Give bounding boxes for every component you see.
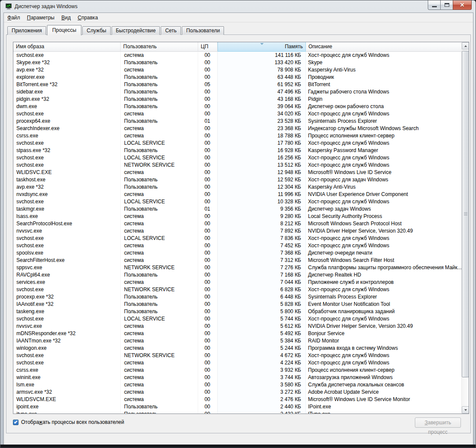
process-description-cell: Pidgin xyxy=(306,96,461,103)
process-cpu-cell: 00 xyxy=(198,132,218,140)
table-row[interactable]: stpass.exe *32 Пользователь 00 16 928 КБ… xyxy=(13,147,461,154)
maximize-button[interactable] xyxy=(440,0,453,10)
table-row[interactable]: wininit.exe система 00 3 744 КБ Автозагр… xyxy=(13,374,461,381)
menu-help[interactable]: Справка xyxy=(74,13,101,22)
table-row[interactable]: sppsvc.exe NETWORK SERVICE 00 7 276 КБ С… xyxy=(13,264,461,271)
table-row[interactable]: itype.exe Пользователь 00 2 432 КБ IType… xyxy=(13,411,461,414)
end-process-button[interactable]: Завершить процесс xyxy=(415,417,461,428)
minimize-button[interactable] xyxy=(428,0,441,10)
process-cpu-cell: 05 xyxy=(198,81,218,88)
process-memory-cell: 2 476 КБ xyxy=(218,396,306,403)
table-row[interactable]: csrss.exe система 00 3 932 КБ Процесс ис… xyxy=(13,367,461,374)
process-name-cell: svchost.exe xyxy=(13,235,121,242)
process-user-cell: система xyxy=(121,374,198,381)
table-row[interactable]: svchost.exe LOCAL SERVICE 00 16 256 КБ Х… xyxy=(13,154,461,162)
process-name-cell: nvvsvc.exe xyxy=(13,227,121,235)
table-row[interactable]: spoolsv.exe система 00 7 368 КБ Диспетче… xyxy=(13,249,461,257)
table-row[interactable]: SearchProtocolHost.exe система 00 8 212 … xyxy=(13,220,461,227)
table-row[interactable]: avp.exe *32 Пользователь 00 12 304 КБ Ka… xyxy=(13,184,461,191)
table-row[interactable]: WLIDSVC.EXE система 00 12 948 КБ Microso… xyxy=(13,169,461,176)
table-row[interactable]: RAVCpl64.exe Пользователь 00 7 168 КБ Ди… xyxy=(13,271,461,279)
process-user-cell: LOCAL SERVICE xyxy=(121,315,198,323)
table-row[interactable]: sidebar.exe Пользователь 00 47 496 КБ Га… xyxy=(13,88,461,96)
table-row[interactable]: armsvc.exe *32 система 00 3 272 КБ Adobe… xyxy=(13,389,461,396)
process-memory-cell: 12 304 КБ xyxy=(218,184,306,191)
process-name-cell: csrss.exe xyxy=(13,367,121,374)
vertical-scrollbar[interactable] xyxy=(461,42,469,414)
tab-services[interactable]: Службы xyxy=(82,26,110,35)
process-memory-cell: 61 952 КБ xyxy=(218,81,306,88)
table-row[interactable]: lsm.exe система 00 3 580 КБ Служба диспе… xyxy=(13,381,461,389)
tab-performance[interactable]: Быстродействие xyxy=(112,26,160,35)
table-row[interactable]: svchost.exe система 00 34 020 КБ Хост-пр… xyxy=(13,110,461,118)
scrollbar-down-button[interactable] xyxy=(462,406,469,414)
table-row[interactable]: taskhost.exe Пользователь 00 12 592 КБ Х… xyxy=(13,176,461,184)
column-header-memory[interactable]: Память xyxy=(218,42,306,52)
table-row[interactable]: svchost.exe система 00 141 116 КБ Хост-п… xyxy=(13,52,461,59)
process-name-cell: nvvsvc.exe xyxy=(13,323,121,330)
process-memory-cell: 9 280 КБ xyxy=(218,213,306,220)
column-header-user[interactable]: Пользователь xyxy=(121,42,198,52)
table-row[interactable]: svchost.exe LOCAL SERVICE 00 17 780 КБ Х… xyxy=(13,140,461,147)
table-row[interactable]: winlogon.exe система 00 5 244 КБ Програм… xyxy=(13,345,461,352)
process-user-cell: система xyxy=(121,169,198,176)
table-row[interactable]: svchost.exe NETWORK SERVICE 00 13 512 КБ… xyxy=(13,162,461,169)
tab-processes[interactable]: Процессы xyxy=(47,25,81,35)
table-row[interactable]: BitTorrent.exe *32 Пользователь 05 61 95… xyxy=(13,81,461,88)
process-user-cell: Пользователь xyxy=(121,118,198,125)
table-row[interactable]: ipoint.exe Пользователь 00 2 440 КБ IPoi… xyxy=(13,403,461,411)
table-row[interactable]: svchost.exe NETWORK SERVICE 00 6 828 КБ … xyxy=(13,286,461,293)
scrollbar-up-button[interactable] xyxy=(462,42,469,50)
tab-applications[interactable]: Приложения xyxy=(7,26,46,35)
table-row[interactable]: svchost.exe система 00 7 452 КБ Хост-про… xyxy=(13,242,461,249)
process-user-cell: Пользователь xyxy=(121,308,198,315)
process-name-cell: svchost.exe xyxy=(13,52,121,59)
table-row[interactable]: SearchFilterHost.exe система 00 7 312 КБ… xyxy=(13,257,461,264)
checkbox-box[interactable]: ✔ xyxy=(13,420,19,425)
arrow-down-icon xyxy=(464,409,467,411)
table-row[interactable]: nvxdsync.exe система 00 11 996 КБ NVIDIA… xyxy=(13,191,461,198)
process-cpu-cell: 00 xyxy=(198,227,218,235)
table-row[interactable]: dwm.exe Пользователь 00 39 064 КБ Диспет… xyxy=(13,103,461,110)
column-header-description[interactable]: Описание xyxy=(306,42,461,52)
table-row[interactable]: svchost.exe LOCAL SERVICE 00 7 836 КБ Хо… xyxy=(13,235,461,242)
table-row[interactable]: csrss.exe система 00 18 788 КБ Процесс и… xyxy=(13,132,461,140)
tab-users[interactable]: Пользователи xyxy=(182,26,224,35)
process-memory-cell: 63 448 КБ xyxy=(218,74,306,81)
scrollbar-thumb[interactable] xyxy=(462,51,469,377)
table-row[interactable]: svchost.exe система 00 4 224 КБ Хост-про… xyxy=(13,359,461,367)
table-row[interactable]: WLIDSVCM.EXE система 00 2 476 КБ Microso… xyxy=(13,396,461,403)
table-row[interactable]: services.exe система 00 7 044 КБ Приложе… xyxy=(13,279,461,286)
table-row[interactable]: procexp.exe *32 Пользователь 00 6 448 КБ… xyxy=(13,293,461,301)
table-row[interactable]: svchost.exe LOCAL SERVICE 00 5 744 КБ Хо… xyxy=(13,315,461,323)
table-row[interactable]: mDNSResponder.exe *32 система 00 5 492 К… xyxy=(13,330,461,337)
tab-networking[interactable]: Сеть xyxy=(161,26,181,35)
table-row[interactable]: IAANTmon.exe *32 система 00 5 384 КБ RAI… xyxy=(13,337,461,345)
process-cpu-cell: 00 xyxy=(198,257,218,264)
menu-options[interactable]: Параметры xyxy=(24,13,58,22)
menu-file[interactable]: Файл xyxy=(4,13,24,22)
table-row[interactable]: nvvsvc.exe система 00 5 612 КБ NVIDIA Dr… xyxy=(13,323,461,330)
column-header-cpu[interactable]: ЦП xyxy=(198,42,218,52)
menu-view[interactable]: Вид xyxy=(58,13,74,22)
process-user-cell: Пользователь xyxy=(121,176,198,184)
show-all-processes-checkbox[interactable]: ✔ Отображать процессы всех пользователей xyxy=(13,419,124,425)
table-row[interactable]: nvvsvc.exe система 00 7 892 КБ NVIDIA Dr… xyxy=(13,227,461,235)
table-row[interactable]: taskeng.exe Пользователь 00 5 800 КБ Обр… xyxy=(13,308,461,315)
table-row[interactable]: svchost.exe NETWORK SERVICE 00 4 672 КБ … xyxy=(13,352,461,359)
table-row[interactable]: IAAnotif.exe *32 Пользователь 00 5 828 К… xyxy=(13,301,461,308)
table-row[interactable]: taskmgr.exe Пользователь 01 9 356 КБ Дис… xyxy=(13,205,461,213)
table-row[interactable]: lsass.exe система 00 9 280 КБ Local Secu… xyxy=(13,213,461,220)
process-memory-cell: 2 440 КБ xyxy=(218,403,306,411)
close-button[interactable]: ✕ xyxy=(453,0,472,10)
column-header-image-name[interactable]: Имя образа xyxy=(13,42,121,52)
table-row[interactable]: pidgin.exe *32 Пользователь 00 43 168 КБ… xyxy=(13,96,461,103)
process-cpu-cell: 00 xyxy=(198,74,218,81)
table-row[interactable]: Skype.exe *32 Пользователь 00 133 420 КБ… xyxy=(13,59,461,66)
table-row[interactable]: svchost.exe LOCAL SERVICE 00 10 328 КБ Х… xyxy=(13,198,461,205)
table-row[interactable]: SearchIndexer.exe система 00 23 368 КБ И… xyxy=(13,125,461,132)
table-row[interactable]: procexp64.exe Пользователь 01 23 528 КБ … xyxy=(13,118,461,125)
table-row[interactable]: explorer.exe Пользователь 00 63 448 КБ П… xyxy=(13,74,461,81)
titlebar[interactable]: Диспетчер задач Windows ✕ xyxy=(0,0,476,12)
table-row[interactable]: avp.exe *32 система 00 78 908 КБ Kaspers… xyxy=(13,66,461,74)
